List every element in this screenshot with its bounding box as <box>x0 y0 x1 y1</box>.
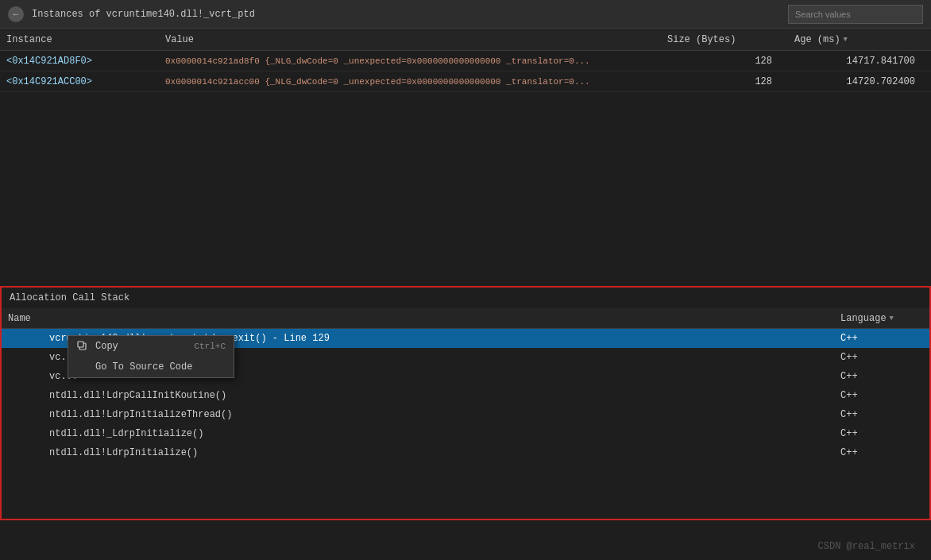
cs-cell-language: C++ <box>834 333 929 344</box>
call-stack-row[interactable]: ntdll.dll!_LdrpInitialize() C++ <box>2 424 929 443</box>
cell-value: 0x0000014c921acc00 {_NLG_dwCode=0 _unexp… <box>159 77 661 87</box>
context-menu-copy[interactable]: Copy Ctrl+C <box>68 336 234 357</box>
call-stack-row[interactable]: ntdll.dll!LdrpInitializeThread() C++ <box>2 405 929 424</box>
call-stack-row[interactable]: ntdll.dll!LdrpInitialize() C++ <box>2 443 929 462</box>
top-bar: ← Instances of vcruntime140.dll!_vcrt_pt… <box>0 0 931 29</box>
sort-icon: ▼ <box>890 315 894 322</box>
cell-size: 128 <box>661 56 788 67</box>
cs-cell-name: ntdll.dll!LdrpInitialize() <box>49 447 834 458</box>
cs-col-header-name: Name <box>2 313 834 324</box>
goto-source-label: Go To Source Code <box>95 361 226 373</box>
cell-instance: <0x14C921AD8F0> <box>0 56 159 67</box>
back-button[interactable]: ← <box>8 6 24 22</box>
cell-size: 128 <box>661 76 788 87</box>
instances-section: Instance Value Size (Bytes) Age (ms) ▼ <… <box>0 29 931 283</box>
context-menu-goto-source[interactable]: Go To Source Code <box>68 357 234 377</box>
table-row[interactable]: <0x14C921ACC00> 0x0000014c921acc00 {_NLG… <box>0 71 931 92</box>
col-header-value: Value <box>159 34 661 45</box>
cs-cell-language: C++ <box>834 390 929 401</box>
cell-age: 14717.841700 <box>788 56 931 67</box>
copy-shortcut: Ctrl+C <box>194 342 226 351</box>
cell-age: 14720.702400 <box>788 76 931 87</box>
cs-cell-name: ntdll.dll!LdrpInitializeThread() <box>49 409 834 420</box>
svg-rect-1 <box>78 342 83 347</box>
col-header-instance: Instance <box>0 34 159 45</box>
cs-cell-language: C++ <box>834 447 929 458</box>
source-icon <box>76 361 89 373</box>
context-menu: Copy Ctrl+C Go To Source Code <box>68 335 234 378</box>
col-header-size: Size (Bytes) <box>661 34 788 45</box>
instances-table-header: Instance Value Size (Bytes) Age (ms) ▼ <box>0 29 931 51</box>
cs-cell-language: C++ <box>834 409 929 420</box>
watermark: CSDN @real_metrix <box>818 541 915 552</box>
search-input[interactable] <box>788 5 923 24</box>
cs-cell-name: ntdll.dll!_LdrpInitialize() <box>49 428 834 439</box>
call-stack-row[interactable]: ntdll.dll!LdrpCallInitKoutine() C++ <box>2 386 929 405</box>
cs-cell-language: C++ <box>834 352 929 363</box>
col-header-age[interactable]: Age (ms) ▼ <box>788 34 931 45</box>
table-row[interactable]: <0x14C921AD8F0> 0x0000014c921ad8f0 {_NLG… <box>0 51 931 71</box>
cs-cell-language: C++ <box>834 428 929 439</box>
cell-value: 0x0000014c921ad8f0 {_NLG_dwCode=0 _unexp… <box>159 56 661 66</box>
cell-instance: <0x14C921ACC00> <box>0 76 159 87</box>
allocation-section: Allocation Call Stack Name Language ▼ vc… <box>0 286 931 520</box>
sort-icon: ▼ <box>844 36 848 44</box>
copy-icon <box>76 340 89 353</box>
cs-cell-language: C++ <box>834 371 929 382</box>
window-title: Instances of vcruntime140.dll!_vcrt_ptd <box>32 9 788 20</box>
cs-cell-name: ntdll.dll!LdrpCallInitKoutine() <box>49 390 834 401</box>
cs-col-header-language[interactable]: Language ▼ <box>834 313 929 324</box>
allocation-section-title: Allocation Call Stack <box>2 288 929 308</box>
call-stack-header: Name Language ▼ <box>2 308 929 329</box>
copy-label: Copy <box>95 341 187 352</box>
